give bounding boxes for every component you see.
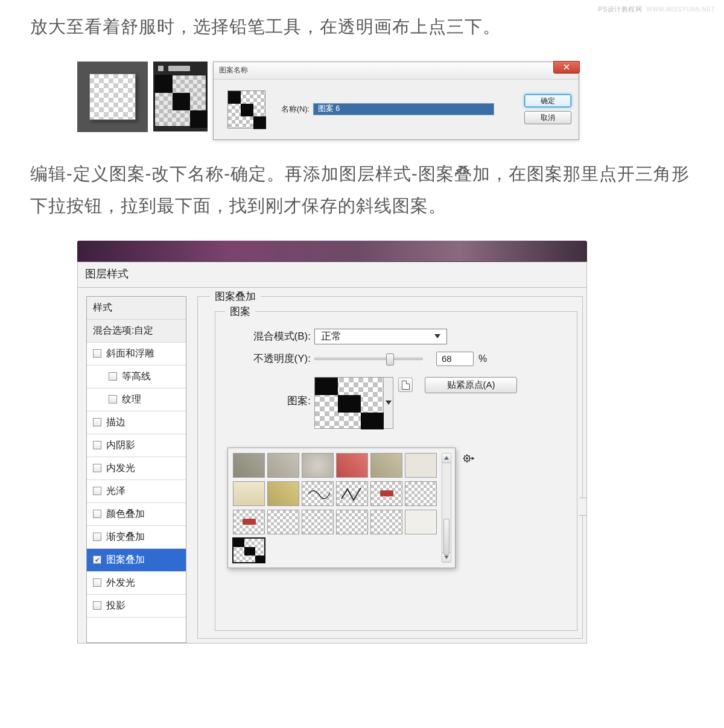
- svg-point-1: [466, 458, 468, 460]
- close-button[interactable]: [553, 61, 580, 74]
- svg-line-6: [464, 455, 465, 456]
- pattern-swatch[interactable]: [405, 481, 437, 506]
- gear-icon: [463, 454, 475, 463]
- pattern-swatch[interactable]: [233, 453, 265, 478]
- pattern-swatch[interactable]: [405, 453, 437, 478]
- close-icon: [563, 63, 570, 71]
- pattern-dropdown-button[interactable]: [384, 377, 393, 429]
- new-preset-button[interactable]: [398, 378, 413, 392]
- list-item-texture[interactable]: 纹理: [87, 388, 186, 411]
- chevron-down-icon: [444, 555, 449, 559]
- chevron-down-icon: [434, 334, 440, 338]
- pattern-grid: [228, 448, 442, 568]
- pattern-swatch[interactable]: [370, 510, 402, 534]
- tool-icon: [158, 66, 164, 71]
- pattern-preview[interactable]: [314, 377, 384, 429]
- list-item-drop-shadow[interactable]: 投影: [87, 595, 186, 618]
- pattern-swatch[interactable]: [267, 481, 299, 506]
- pattern-swatch[interactable]: [233, 510, 265, 534]
- svg-line-8: [469, 455, 469, 456]
- tool-slider-icon: [168, 66, 190, 71]
- pattern-swatch[interactable]: [370, 481, 402, 506]
- pattern-swatch[interactable]: [267, 453, 299, 478]
- cancel-button[interactable]: 取消: [524, 111, 571, 124]
- pattern-swatch[interactable]: [233, 481, 265, 506]
- canvas-thumbnail-small: [77, 62, 148, 132]
- pattern-name-dialog: 图案名称 名称(N): 图案 6 确定 取消: [213, 62, 579, 140]
- pattern-thumbnail: [227, 90, 265, 128]
- style-list: 样式 混合选项:自定 斜面和浮雕 等高线 纹理 描边 内阴影 内发光 光泽 颜色…: [86, 296, 186, 643]
- chevron-down-icon: [386, 400, 392, 405]
- watermark: PS设计教程网 WWW.MISSYUAN.NET: [598, 5, 715, 14]
- layer-style-title: 图层样式: [77, 262, 587, 288]
- opacity-label: 不透明度(Y):: [236, 352, 314, 366]
- layer-style-dialog: 图层样式 样式 混合选项:自定 斜面和浮雕 等高线 纹理 描边 内阴影 内发光 …: [77, 241, 587, 644]
- percent-unit: %: [478, 353, 487, 364]
- page-icon: [402, 381, 410, 390]
- pattern-swatch-selected[interactable]: [233, 538, 265, 563]
- scroll-up-button[interactable]: [442, 454, 451, 463]
- pattern-swatch[interactable]: [336, 453, 368, 478]
- svg-line-9: [464, 460, 465, 461]
- subgroup-title: 图案: [225, 305, 255, 318]
- group-title: 图案叠加: [210, 290, 261, 303]
- list-item-gradient-overlay[interactable]: 渐变叠加: [87, 526, 186, 549]
- name-input[interactable]: 图案 6: [313, 103, 494, 115]
- list-item-inner-glow[interactable]: 内发光: [87, 457, 186, 480]
- pattern-label: 图案:: [236, 394, 314, 408]
- opacity-slider[interactable]: [314, 358, 423, 360]
- slider-thumb[interactable]: [386, 353, 394, 366]
- pattern-swatch[interactable]: [405, 510, 437, 534]
- scroll-thumb[interactable]: [443, 519, 449, 555]
- dialog-titlebar: 图案名称: [214, 62, 579, 80]
- picker-scrollbar[interactable]: [442, 453, 451, 563]
- dialog-title: 图案名称: [219, 65, 248, 75]
- svg-line-7: [469, 460, 469, 461]
- list-item-bevel[interactable]: 斜面和浮雕: [87, 343, 186, 366]
- blend-mode-label: 混合模式(B):: [236, 329, 314, 343]
- list-item-styles[interactable]: 样式: [87, 297, 186, 320]
- paragraph-1: 放大至看着舒服时，选择铅笔工具，在透明画布上点三下。: [30, 11, 694, 43]
- canvas-thumbnail-zoom: [153, 62, 208, 131]
- list-item-pattern-overlay[interactable]: 图案叠加: [87, 549, 186, 572]
- panel-edge-decoration: [579, 498, 587, 516]
- picker-settings-button[interactable]: [459, 452, 479, 465]
- group-pattern-overlay: 图案叠加 图案 混合模式(B): 正常 不透明度(Y):: [197, 296, 583, 639]
- ok-button[interactable]: 确定: [524, 94, 571, 107]
- list-item-inner-shadow[interactable]: 内阴影: [87, 434, 186, 457]
- list-item-color-overlay[interactable]: 颜色叠加: [87, 503, 186, 526]
- window-chrome: [77, 241, 587, 262]
- list-item-satin[interactable]: 光泽: [87, 480, 186, 503]
- list-item-blending[interactable]: 混合选项:自定: [87, 320, 186, 343]
- pattern-swatch[interactable]: [302, 453, 334, 478]
- paragraph-2: 编辑-定义图案-改下名称-确定。再添加图层样式-图案叠加，在图案那里点开三角形下…: [30, 158, 694, 223]
- pattern-picker-popover: [227, 448, 456, 568]
- snap-to-origin-button[interactable]: 贴紧原点(A): [425, 377, 517, 393]
- blend-mode-combobox[interactable]: 正常: [314, 329, 447, 344]
- pattern-swatch[interactable]: [370, 453, 402, 478]
- pattern-swatch[interactable]: [267, 510, 299, 534]
- list-item-outer-glow[interactable]: 外发光: [87, 572, 186, 595]
- pattern-swatch[interactable]: [302, 510, 334, 534]
- pattern-swatch[interactable]: [302, 481, 334, 506]
- pattern-swatch[interactable]: [336, 481, 368, 506]
- pattern-swatch[interactable]: [336, 510, 368, 534]
- name-label: 名称(N):: [281, 104, 310, 115]
- subgroup-pattern: 图案 混合模式(B): 正常 不透明度(Y): 68: [215, 311, 577, 631]
- chevron-up-icon: [444, 456, 449, 460]
- list-item-contour[interactable]: 等高线: [87, 366, 186, 388]
- list-item-stroke[interactable]: 描边: [87, 411, 186, 434]
- opacity-input[interactable]: 68: [436, 352, 474, 366]
